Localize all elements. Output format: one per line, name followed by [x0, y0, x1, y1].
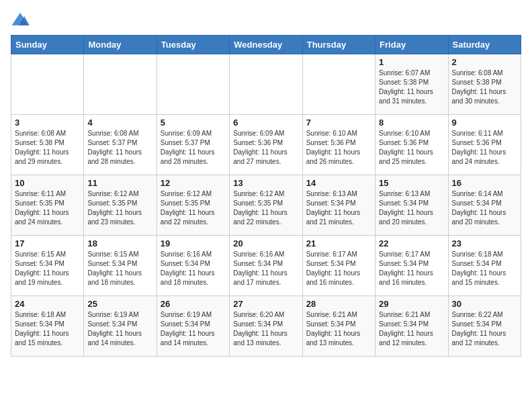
day-cell: 14Sunrise: 6:13 AM Sunset: 5:34 PM Dayli…	[302, 175, 375, 236]
day-info: Sunrise: 6:12 AM Sunset: 5:35 PM Dayligh…	[233, 189, 298, 227]
weekday-header-monday: Monday	[84, 36, 157, 54]
day-cell: 9Sunrise: 6:11 AM Sunset: 5:36 PM Daylig…	[448, 115, 521, 175]
day-info: Sunrise: 6:18 AM Sunset: 5:34 PM Dayligh…	[452, 250, 517, 287]
day-info: Sunrise: 6:10 AM Sunset: 5:36 PM Dayligh…	[306, 129, 371, 167]
day-cell: 29Sunrise: 6:21 AM Sunset: 5:34 PM Dayli…	[375, 296, 448, 357]
day-info: Sunrise: 6:20 AM Sunset: 5:34 PM Dayligh…	[233, 310, 298, 348]
week-row-5: 24Sunrise: 6:18 AM Sunset: 5:34 PM Dayli…	[11, 296, 521, 357]
page-header	[11, 11, 521, 30]
day-number: 1	[379, 57, 444, 67]
day-info: Sunrise: 6:13 AM Sunset: 5:34 PM Dayligh…	[306, 189, 371, 227]
weekday-header-wednesday: Wednesday	[230, 36, 302, 54]
day-cell: 24Sunrise: 6:18 AM Sunset: 5:34 PM Dayli…	[11, 296, 84, 357]
day-cell: 18Sunrise: 6:15 AM Sunset: 5:34 PM Dayli…	[84, 236, 157, 296]
logo	[11, 11, 32, 30]
day-info: Sunrise: 6:12 AM Sunset: 5:35 PM Dayligh…	[87, 189, 152, 227]
day-number: 19	[161, 238, 226, 248]
day-info: Sunrise: 6:16 AM Sunset: 5:34 PM Dayligh…	[233, 250, 298, 287]
day-cell	[302, 54, 375, 115]
day-number: 17	[15, 238, 80, 248]
day-number: 26	[161, 299, 226, 309]
day-number: 11	[87, 178, 152, 188]
day-cell: 21Sunrise: 6:17 AM Sunset: 5:34 PM Dayli…	[302, 236, 375, 296]
day-number: 6	[233, 118, 298, 128]
day-number: 21	[306, 238, 371, 248]
day-info: Sunrise: 6:12 AM Sunset: 5:35 PM Dayligh…	[161, 189, 226, 227]
day-info: Sunrise: 6:21 AM Sunset: 5:34 PM Dayligh…	[306, 310, 371, 348]
day-info: Sunrise: 6:16 AM Sunset: 5:34 PM Dayligh…	[161, 250, 226, 287]
day-number: 16	[452, 178, 517, 188]
weekday-header-saturday: Saturday	[448, 36, 521, 54]
day-cell: 20Sunrise: 6:16 AM Sunset: 5:34 PM Dayli…	[230, 236, 302, 296]
day-cell: 3Sunrise: 6:08 AM Sunset: 5:38 PM Daylig…	[11, 115, 84, 175]
day-info: Sunrise: 6:15 AM Sunset: 5:34 PM Dayligh…	[87, 250, 152, 287]
day-cell	[84, 54, 157, 115]
day-info: Sunrise: 6:14 AM Sunset: 5:34 PM Dayligh…	[452, 189, 517, 227]
day-number: 10	[15, 178, 80, 188]
day-number: 15	[379, 178, 444, 188]
day-cell: 12Sunrise: 6:12 AM Sunset: 5:35 PM Dayli…	[157, 175, 229, 236]
day-info: Sunrise: 6:11 AM Sunset: 5:35 PM Dayligh…	[15, 189, 80, 227]
day-number: 25	[87, 299, 152, 309]
day-cell: 13Sunrise: 6:12 AM Sunset: 5:35 PM Dayli…	[230, 175, 302, 236]
day-cell: 28Sunrise: 6:21 AM Sunset: 5:34 PM Dayli…	[302, 296, 375, 357]
day-cell: 22Sunrise: 6:17 AM Sunset: 5:34 PM Dayli…	[375, 236, 448, 296]
week-row-1: 1Sunrise: 6:07 AM Sunset: 5:38 PM Daylig…	[11, 54, 521, 115]
day-info: Sunrise: 6:17 AM Sunset: 5:34 PM Dayligh…	[306, 250, 371, 287]
day-cell: 15Sunrise: 6:13 AM Sunset: 5:34 PM Dayli…	[375, 175, 448, 236]
day-number: 13	[233, 178, 298, 188]
weekday-header-tuesday: Tuesday	[157, 36, 229, 54]
week-row-2: 3Sunrise: 6:08 AM Sunset: 5:38 PM Daylig…	[11, 115, 521, 175]
day-number: 12	[161, 178, 226, 188]
day-cell	[11, 54, 84, 115]
day-number: 3	[15, 118, 80, 128]
day-number: 8	[379, 118, 444, 128]
day-info: Sunrise: 6:21 AM Sunset: 5:34 PM Dayligh…	[379, 310, 444, 348]
day-cell: 27Sunrise: 6:20 AM Sunset: 5:34 PM Dayli…	[230, 296, 302, 357]
day-number: 18	[87, 238, 152, 248]
calendar-table: SundayMondayTuesdayWednesdayThursdayFrid…	[11, 35, 521, 357]
day-cell: 11Sunrise: 6:12 AM Sunset: 5:35 PM Dayli…	[84, 175, 157, 236]
day-info: Sunrise: 6:11 AM Sunset: 5:36 PM Dayligh…	[452, 129, 517, 167]
day-cell: 25Sunrise: 6:19 AM Sunset: 5:34 PM Dayli…	[84, 296, 157, 357]
day-cell: 4Sunrise: 6:08 AM Sunset: 5:37 PM Daylig…	[84, 115, 157, 175]
day-number: 4	[87, 118, 152, 128]
day-cell: 5Sunrise: 6:09 AM Sunset: 5:37 PM Daylig…	[157, 115, 229, 175]
weekday-header-friday: Friday	[375, 36, 448, 54]
day-info: Sunrise: 6:10 AM Sunset: 5:36 PM Dayligh…	[379, 129, 444, 167]
day-number: 27	[233, 299, 298, 309]
day-cell: 2Sunrise: 6:08 AM Sunset: 5:38 PM Daylig…	[448, 54, 521, 115]
day-cell	[157, 54, 229, 115]
day-number: 30	[452, 299, 517, 309]
day-cell: 1Sunrise: 6:07 AM Sunset: 5:38 PM Daylig…	[375, 54, 448, 115]
logo-icon	[11, 11, 30, 30]
day-info: Sunrise: 6:09 AM Sunset: 5:36 PM Dayligh…	[233, 129, 298, 167]
day-cell: 6Sunrise: 6:09 AM Sunset: 5:36 PM Daylig…	[230, 115, 302, 175]
day-number: 28	[306, 299, 371, 309]
day-number: 23	[452, 238, 517, 248]
day-cell: 16Sunrise: 6:14 AM Sunset: 5:34 PM Dayli…	[448, 175, 521, 236]
day-info: Sunrise: 6:13 AM Sunset: 5:34 PM Dayligh…	[379, 189, 444, 227]
day-info: Sunrise: 6:09 AM Sunset: 5:37 PM Dayligh…	[161, 129, 226, 167]
weekday-header-thursday: Thursday	[302, 36, 375, 54]
day-info: Sunrise: 6:15 AM Sunset: 5:34 PM Dayligh…	[15, 250, 80, 287]
day-number: 20	[233, 238, 298, 248]
day-number: 5	[161, 118, 226, 128]
day-number: 24	[15, 299, 80, 309]
day-number: 14	[306, 178, 371, 188]
day-number: 2	[452, 57, 517, 67]
day-info: Sunrise: 6:07 AM Sunset: 5:38 PM Dayligh…	[379, 68, 444, 106]
week-row-4: 17Sunrise: 6:15 AM Sunset: 5:34 PM Dayli…	[11, 236, 521, 296]
day-info: Sunrise: 6:17 AM Sunset: 5:34 PM Dayligh…	[379, 250, 444, 287]
day-info: Sunrise: 6:08 AM Sunset: 5:37 PM Dayligh…	[87, 129, 152, 167]
day-info: Sunrise: 6:19 AM Sunset: 5:34 PM Dayligh…	[87, 310, 152, 348]
day-info: Sunrise: 6:19 AM Sunset: 5:34 PM Dayligh…	[161, 310, 226, 348]
day-cell: 23Sunrise: 6:18 AM Sunset: 5:34 PM Dayli…	[448, 236, 521, 296]
day-number: 7	[306, 118, 371, 128]
weekday-header-sunday: Sunday	[11, 36, 84, 54]
day-cell: 8Sunrise: 6:10 AM Sunset: 5:36 PM Daylig…	[375, 115, 448, 175]
day-cell: 26Sunrise: 6:19 AM Sunset: 5:34 PM Dayli…	[157, 296, 229, 357]
day-cell: 19Sunrise: 6:16 AM Sunset: 5:34 PM Dayli…	[157, 236, 229, 296]
day-number: 22	[379, 238, 444, 248]
day-info: Sunrise: 6:18 AM Sunset: 5:34 PM Dayligh…	[15, 310, 80, 348]
